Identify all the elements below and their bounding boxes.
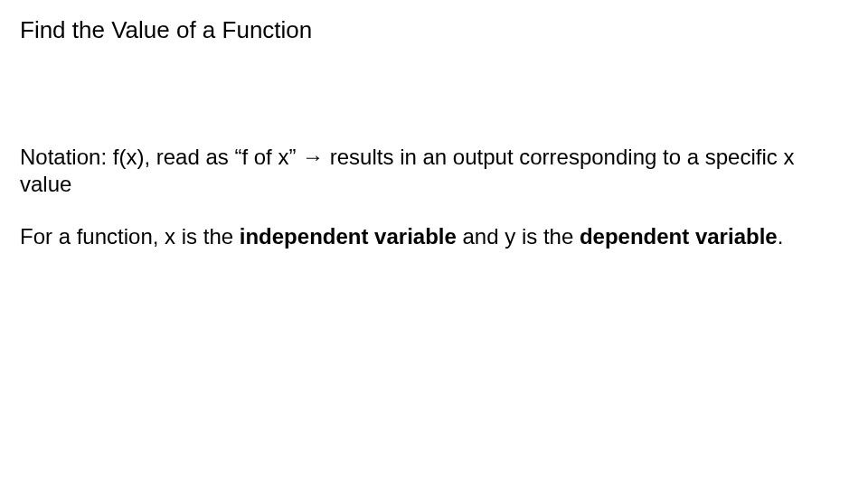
- page-title: Find the Value of a Function: [20, 16, 848, 44]
- variables-p3: .: [778, 224, 784, 249]
- notation-prefix: Notation: f(x), read as “f of x”: [20, 145, 302, 169]
- dependent-variable-term: dependent variable: [580, 224, 778, 249]
- variables-p2: and y is the: [457, 224, 580, 249]
- arrow-icon: →: [302, 145, 324, 169]
- notation-line: Notation: f(x), read as “f of x” → resul…: [20, 144, 848, 198]
- variables-line: For a function, x is the independent var…: [20, 223, 848, 250]
- slide: Find the Value of a Function Notation: f…: [0, 0, 868, 488]
- variables-p1: For a function, x is the: [20, 224, 240, 249]
- independent-variable-term: independent variable: [240, 224, 457, 249]
